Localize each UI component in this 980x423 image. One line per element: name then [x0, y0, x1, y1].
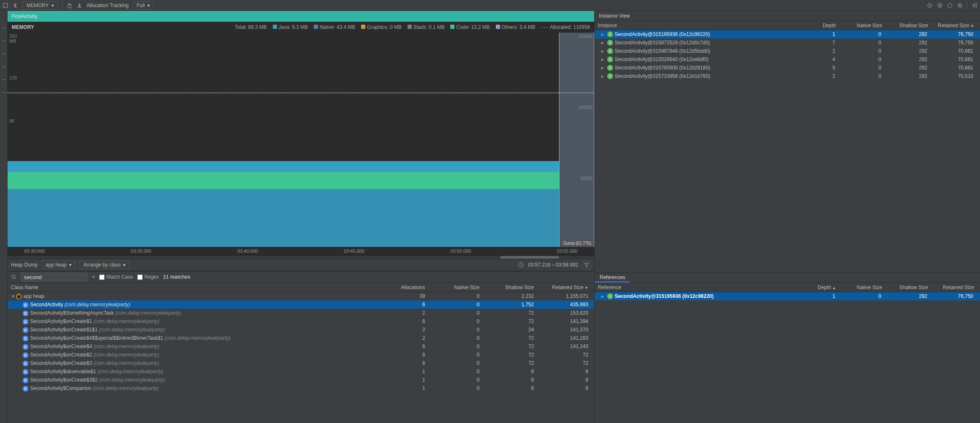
heap-select[interactable]: app heap ▾: [42, 261, 75, 269]
activity-bar[interactable]: FirstActivity: [8, 11, 594, 22]
cell-allocations: 1: [375, 377, 429, 383]
col-shallow-size[interactable]: Shallow Size: [886, 23, 932, 28]
force-gc-button[interactable]: [67, 3, 72, 8]
table-row[interactable]: CSecondActivity$onCreate$4 (com.delay.me…: [8, 342, 594, 351]
expand-icon[interactable]: ▸: [600, 65, 605, 71]
references-table[interactable]: ▸iSecondActivity@315195936 (0x12c98220)1…: [595, 292, 980, 423]
table-row[interactable]: CSecondActivity$observable$1 (com.delay.…: [8, 367, 594, 376]
zoom-in-button[interactable]: [937, 3, 943, 8]
profiler-select[interactable]: MEMORY ▾: [23, 1, 58, 10]
tab-references[interactable]: References: [595, 273, 630, 282]
table-row[interactable]: ▾▦app heap3902,2321,155,071: [8, 292, 594, 300]
col-native-size[interactable]: Native Size: [840, 285, 886, 290]
class-icon: C: [23, 336, 28, 341]
heap-table[interactable]: Class Name Allocations Native Size Shall…: [8, 283, 594, 423]
expand-icon[interactable]: ▸: [600, 56, 605, 62]
match-case-checkbox[interactable]: Match Case: [99, 274, 133, 280]
col-retained-size[interactable]: Retained Size▼: [932, 23, 978, 28]
table-row[interactable]: CSecondActivity$SomethingAsyncTask (com.…: [8, 309, 594, 317]
col-native-size[interactable]: Native Size: [429, 285, 484, 290]
col-depth[interactable]: Depth: [803, 23, 840, 28]
col-retained-size[interactable]: Retained Size▼: [538, 285, 593, 290]
expand-icon[interactable]: ▸: [600, 40, 605, 46]
table-row[interactable]: CSecondActivity$onCreate$3 (com.delay.me…: [8, 359, 594, 367]
cell-allocations: 6: [375, 352, 429, 358]
cell-depth: 4: [802, 56, 839, 62]
expand-icon[interactable]: ▸: [600, 48, 605, 54]
table-row[interactable]: CSecondActivity (com.delay.memoryleakpar…: [8, 300, 594, 309]
instance-table[interactable]: ▸iSecondActivity@315195936 (0x12c98220)1…: [595, 30, 980, 272]
zoom-out-button[interactable]: [927, 3, 933, 8]
table-row[interactable]: ▸iSecondActivity@315997648 (0x12d5bdd0)2…: [595, 47, 980, 55]
col-reference[interactable]: Reference: [596, 285, 803, 290]
col-shallow-size[interactable]: Shallow Size: [484, 285, 538, 290]
col-shallow-size[interactable]: Shallow Size: [886, 285, 932, 290]
regex-checkbox[interactable]: Regex: [137, 274, 159, 280]
table-row[interactable]: CSecondActivity$Companion (com.delay.mem…: [8, 384, 594, 392]
arrange-select[interactable]: Arrange by class ▾: [80, 261, 129, 269]
cell-native: 0: [429, 385, 484, 391]
selection-overlay[interactable]: 150000 100000 50000 Dump (01.775): [559, 33, 594, 247]
cell-retained: 76,750: [931, 31, 977, 37]
col-retained-size[interactable]: Retained Size: [932, 285, 978, 290]
instance-table-header: Instance Depth Native Size Shallow Size …: [595, 21, 980, 30]
cell-native: 0: [429, 327, 484, 333]
memory-chart[interactable]: 160 MB 128 96 64 32 150000 100000: [8, 33, 594, 259]
alloc-tick: 50000: [578, 176, 592, 181]
col-allocations[interactable]: Allocations: [375, 285, 429, 290]
class-name: app heap: [23, 293, 44, 299]
table-row[interactable]: ▸iSecondActivity@315195936 (0x12c98220)1…: [595, 30, 980, 38]
reference-name: SecondActivity@315195936 (0x12c98220): [615, 293, 714, 299]
alloc-tracking-select[interactable]: Full ▾: [133, 1, 154, 10]
table-row[interactable]: CSecondActivity$onCreate$2 (com.delay.me…: [8, 351, 594, 359]
gutter-tick: [2, 92, 5, 93]
col-class-name[interactable]: Class Name: [9, 285, 375, 290]
plot-area[interactable]: 150000 100000 50000 Dump (01.775): [8, 33, 594, 247]
zoom-reset-button[interactable]: [947, 3, 953, 8]
gutter-tick: [2, 28, 5, 28]
table-row[interactable]: CSecondActivity$onCreate$3$2 (com.delay.…: [8, 376, 594, 384]
filter-button[interactable]: [582, 261, 591, 269]
expand-icon[interactable]: ▸: [600, 293, 605, 299]
legend-native: Native: 43.4 MB: [314, 24, 355, 30]
expand-icon[interactable]: ▸: [600, 31, 605, 37]
clear-search-button[interactable]: ×: [92, 274, 95, 280]
table-row[interactable]: ▸iSecondActivity@315526640 (0x12ce8df0)4…: [595, 55, 980, 64]
cell-native: 0: [429, 335, 484, 341]
sessions-icon[interactable]: [3, 3, 8, 8]
cell-shallow: 72: [484, 360, 538, 366]
col-instance[interactable]: Instance: [596, 23, 803, 28]
table-row[interactable]: CSecondActivity$onCreate$1 (com.delay.me…: [8, 317, 594, 326]
table-row[interactable]: CSecondActivity$onCreate$4$$special$$inl…: [8, 334, 594, 342]
expand-icon[interactable]: ▾: [10, 293, 16, 299]
time-scrollbar[interactable]: [8, 256, 594, 259]
dump-heap-button[interactable]: [77, 3, 82, 8]
cell-allocations: 6: [375, 302, 429, 308]
col-depth[interactable]: Depth▲: [803, 285, 840, 290]
table-row[interactable]: CSecondActivity$onCreate$1$1 (com.delay.…: [8, 326, 594, 334]
gutter-tick: [2, 79, 5, 80]
cell-native: 0: [839, 31, 885, 37]
go-live-button[interactable]: [972, 3, 977, 8]
instance-name: SecondActivity@315195936 (0x12c98220): [615, 31, 710, 37]
zoom-selection-button[interactable]: [957, 3, 963, 8]
time-scrollbar-thumb[interactable]: [500, 256, 559, 259]
class-name: SecondActivity$onCreate$1: [30, 318, 92, 324]
search-input[interactable]: [21, 273, 88, 282]
table-row[interactable]: ▸iSecondActivity@315733856 (0x12d1b760)2…: [595, 72, 980, 80]
table-row[interactable]: ▸iSecondActivity@315785600 (0x12d28180)5…: [595, 64, 980, 72]
cell-shallow: 292: [885, 65, 931, 71]
cell-allocations: 6: [375, 318, 429, 324]
clock-icon: [518, 262, 524, 268]
expand-icon[interactable]: ▸: [600, 73, 605, 79]
table-row[interactable]: ▸iSecondActivity@315672528 (0x12d0c7d0)7…: [595, 38, 980, 47]
col-native-size[interactable]: Native Size: [840, 23, 886, 28]
table-row[interactable]: ▸iSecondActivity@315195936 (0x12c98220)1…: [595, 292, 980, 300]
alloc-axis: 150000 100000 50000: [578, 33, 592, 247]
cell-native: 0: [429, 302, 484, 308]
top-toolbar: MEMORY ▾ Allocation Tracking Full ▾: [0, 0, 980, 11]
back-button[interactable]: [13, 3, 18, 8]
cell-shallow: 24: [484, 327, 538, 333]
class-name: SecondActivity$onCreate$3: [30, 360, 92, 366]
instance-name: SecondActivity@315733856 (0x12d1b760): [615, 73, 710, 79]
